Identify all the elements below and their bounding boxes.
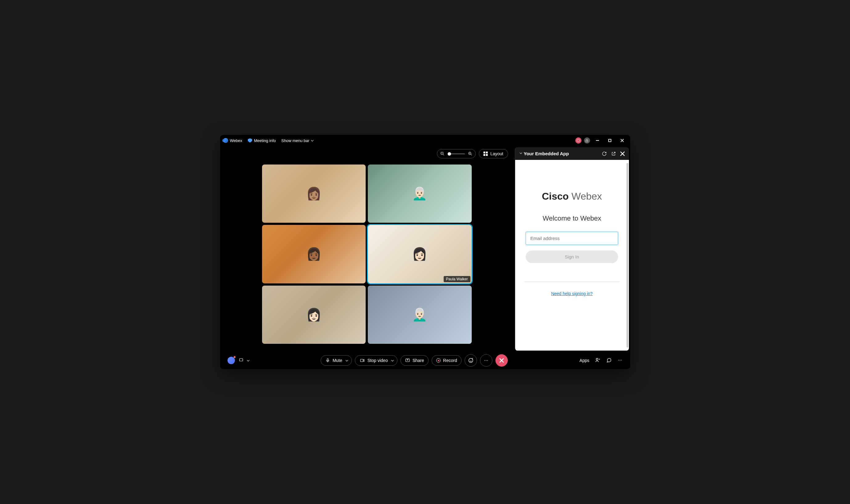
close-icon bbox=[499, 358, 504, 363]
mute-button[interactable]: Mute bbox=[320, 355, 352, 366]
svg-line-8 bbox=[471, 154, 472, 156]
participant-tile[interactable]: 👨🏻‍🦳 bbox=[368, 164, 472, 223]
video-grid: 👩🏽 👨🏻‍🦳 👩🏾 👩🏻 Paula Walker 👩🏻 👨🏻‍🦳 bbox=[262, 164, 472, 344]
chat-icon bbox=[606, 357, 612, 363]
layout-button[interactable]: Layout bbox=[479, 149, 508, 158]
chat-button[interactable] bbox=[606, 357, 612, 364]
video-feed: 👩🏻 bbox=[262, 286, 366, 344]
share-icon bbox=[405, 358, 410, 363]
svg-rect-14 bbox=[327, 359, 328, 361]
apps-button[interactable]: Apps bbox=[579, 358, 589, 363]
svg-line-5 bbox=[443, 154, 444, 156]
svg-point-17 bbox=[469, 358, 473, 363]
sidebar-header: Your Embedded App bbox=[515, 147, 629, 160]
show-menu-button[interactable]: Show menu bar bbox=[281, 138, 313, 143]
stop-video-button[interactable]: Stop video bbox=[355, 355, 397, 366]
scrollbar[interactable] bbox=[626, 163, 628, 347]
embedded-app-panel: Your Embedded App Cisco Webex Welcome to… bbox=[515, 147, 629, 350]
meeting-info-label: Meeting info bbox=[254, 138, 276, 143]
svg-rect-13 bbox=[239, 359, 243, 361]
lock-indicator-icon[interactable] bbox=[584, 138, 590, 144]
popout-button[interactable] bbox=[611, 151, 616, 156]
participant-tile[interactable]: 👨🏻‍🦳 bbox=[368, 286, 472, 344]
meeting-info-button[interactable]: Meeting info bbox=[248, 138, 276, 143]
zoom-out-icon[interactable] bbox=[440, 151, 445, 156]
refresh-button[interactable] bbox=[602, 151, 607, 156]
email-input[interactable] bbox=[526, 232, 618, 245]
more-icon bbox=[483, 358, 489, 363]
svg-point-24 bbox=[619, 360, 619, 360]
svg-rect-15 bbox=[360, 359, 363, 362]
svg-point-20 bbox=[488, 360, 488, 361]
zoom-control[interactable] bbox=[437, 149, 476, 158]
assistant-menu-button[interactable] bbox=[239, 357, 244, 363]
recording-indicator-icon[interactable] bbox=[575, 138, 582, 144]
share-label: Share bbox=[413, 358, 424, 363]
chevron-down-icon bbox=[311, 139, 313, 141]
camera-icon bbox=[360, 358, 365, 363]
maximize-button[interactable] bbox=[605, 136, 615, 145]
video-feed: 👩🏾 bbox=[262, 225, 366, 283]
signin-button[interactable]: Sign In bbox=[526, 250, 618, 263]
participants-button[interactable] bbox=[595, 357, 601, 364]
participant-tile[interactable]: 👩🏾 bbox=[262, 225, 366, 283]
zoom-in-icon[interactable] bbox=[468, 151, 472, 156]
smile-icon bbox=[468, 358, 473, 363]
svg-point-25 bbox=[620, 360, 620, 360]
mute-label: Mute bbox=[333, 358, 342, 363]
svg-point-26 bbox=[621, 360, 622, 360]
more-panel-button[interactable] bbox=[617, 357, 623, 364]
video-feed: 👩🏽 bbox=[262, 164, 366, 223]
layout-label: Layout bbox=[490, 151, 503, 156]
show-menu-label: Show menu bar bbox=[281, 138, 310, 143]
cisco-webex-logo: Cisco Webex bbox=[542, 191, 602, 202]
video-feed: 👨🏻‍🦳 bbox=[368, 164, 472, 223]
app-logo[interactable]: Webex bbox=[223, 138, 242, 143]
reactions-button[interactable] bbox=[465, 354, 477, 366]
participant-name-tag: Paula Walker bbox=[444, 276, 470, 282]
close-panel-button[interactable] bbox=[620, 151, 625, 156]
help-signin-link[interactable]: Need help signing in? bbox=[551, 291, 593, 296]
webex-logo-icon bbox=[223, 138, 228, 143]
svg-point-23 bbox=[596, 358, 598, 360]
more-icon bbox=[617, 357, 623, 363]
app-window: Webex Meeting info Show menu bar bbox=[220, 135, 630, 369]
stop-video-label: Stop video bbox=[367, 358, 388, 363]
video-feed: 👨🏻‍🦳 bbox=[368, 286, 472, 344]
video-feed: 👩🏻 bbox=[368, 225, 472, 283]
participant-tile[interactable]: 👩🏽 bbox=[262, 164, 366, 223]
participant-tile-active[interactable]: 👩🏻 Paula Walker bbox=[368, 225, 472, 283]
microphone-icon bbox=[325, 358, 330, 363]
participant-tile[interactable]: 👩🏻 bbox=[262, 286, 366, 344]
share-button[interactable]: Share bbox=[400, 355, 429, 366]
more-options-button[interactable] bbox=[480, 354, 492, 366]
refresh-icon bbox=[602, 151, 607, 156]
chevron-down-icon bbox=[520, 151, 522, 154]
titlebar: Webex Meeting info Show menu bar bbox=[220, 135, 630, 146]
people-icon bbox=[595, 357, 601, 363]
record-button[interactable]: Record bbox=[432, 355, 462, 366]
close-button[interactable] bbox=[617, 136, 627, 145]
meeting-area: Layout 👩🏽 👨🏻‍🦳 👩🏾 👩🏻 Paula Walker 👩🏻 👨🏻‍… bbox=[220, 146, 514, 352]
minimize-button[interactable] bbox=[593, 136, 603, 145]
sidebar-title-label: Your Embedded App bbox=[524, 151, 569, 156]
embedded-content: Cisco Webex Welcome to Webex Sign In Nee… bbox=[515, 160, 629, 350]
shield-icon bbox=[248, 138, 252, 143]
close-icon bbox=[620, 151, 625, 156]
grid-icon bbox=[483, 151, 488, 156]
svg-point-18 bbox=[485, 360, 485, 361]
zoom-slider[interactable] bbox=[448, 154, 465, 154]
app-name-label: Webex bbox=[230, 138, 242, 143]
svg-rect-1 bbox=[609, 139, 611, 142]
record-icon bbox=[436, 358, 440, 363]
main-content: Layout 👩🏽 👨🏻‍🦳 👩🏾 👩🏻 Paula Walker 👩🏻 👨🏻‍… bbox=[220, 146, 630, 352]
record-label: Record bbox=[443, 358, 457, 363]
assistant-icon[interactable] bbox=[227, 357, 235, 364]
divider bbox=[524, 282, 620, 282]
chevron-down-icon[interactable] bbox=[247, 359, 249, 361]
bottom-bar: Mute Stop video Share Record bbox=[220, 352, 630, 369]
end-call-button[interactable] bbox=[496, 354, 508, 366]
sidebar-title-area[interactable]: Your Embedded App bbox=[520, 151, 569, 156]
welcome-heading: Welcome to Webex bbox=[543, 214, 601, 222]
popout-icon bbox=[611, 151, 616, 156]
